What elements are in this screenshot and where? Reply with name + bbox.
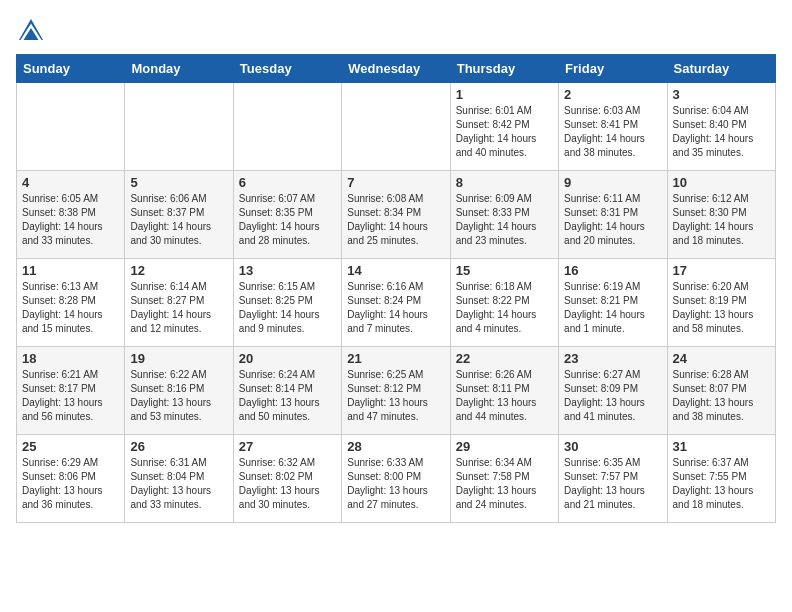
calendar-cell: 16Sunrise: 6:19 AM Sunset: 8:21 PM Dayli… [559, 259, 667, 347]
calendar-cell: 21Sunrise: 6:25 AM Sunset: 8:12 PM Dayli… [342, 347, 450, 435]
day-info: Sunrise: 6:28 AM Sunset: 8:07 PM Dayligh… [673, 368, 770, 424]
day-info: Sunrise: 6:34 AM Sunset: 7:58 PM Dayligh… [456, 456, 553, 512]
day-number: 24 [673, 351, 770, 366]
day-info: Sunrise: 6:33 AM Sunset: 8:00 PM Dayligh… [347, 456, 444, 512]
day-number: 27 [239, 439, 336, 454]
calendar-cell: 8Sunrise: 6:09 AM Sunset: 8:33 PM Daylig… [450, 171, 558, 259]
day-number: 17 [673, 263, 770, 278]
week-row: 4Sunrise: 6:05 AM Sunset: 8:38 PM Daylig… [17, 171, 776, 259]
calendar-cell: 12Sunrise: 6:14 AM Sunset: 8:27 PM Dayli… [125, 259, 233, 347]
day-number: 22 [456, 351, 553, 366]
calendar-cell: 6Sunrise: 6:07 AM Sunset: 8:35 PM Daylig… [233, 171, 341, 259]
column-header-saturday: Saturday [667, 55, 775, 83]
week-row: 25Sunrise: 6:29 AM Sunset: 8:06 PM Dayli… [17, 435, 776, 523]
day-number: 28 [347, 439, 444, 454]
calendar-cell: 24Sunrise: 6:28 AM Sunset: 8:07 PM Dayli… [667, 347, 775, 435]
day-info: Sunrise: 6:29 AM Sunset: 8:06 PM Dayligh… [22, 456, 119, 512]
day-number: 12 [130, 263, 227, 278]
column-header-tuesday: Tuesday [233, 55, 341, 83]
calendar-cell: 7Sunrise: 6:08 AM Sunset: 8:34 PM Daylig… [342, 171, 450, 259]
day-info: Sunrise: 6:09 AM Sunset: 8:33 PM Dayligh… [456, 192, 553, 248]
column-header-sunday: Sunday [17, 55, 125, 83]
day-info: Sunrise: 6:25 AM Sunset: 8:12 PM Dayligh… [347, 368, 444, 424]
column-header-wednesday: Wednesday [342, 55, 450, 83]
day-info: Sunrise: 6:20 AM Sunset: 8:19 PM Dayligh… [673, 280, 770, 336]
calendar-cell: 17Sunrise: 6:20 AM Sunset: 8:19 PM Dayli… [667, 259, 775, 347]
week-row: 11Sunrise: 6:13 AM Sunset: 8:28 PM Dayli… [17, 259, 776, 347]
day-number: 2 [564, 87, 661, 102]
day-number: 5 [130, 175, 227, 190]
week-row: 18Sunrise: 6:21 AM Sunset: 8:17 PM Dayli… [17, 347, 776, 435]
day-number: 25 [22, 439, 119, 454]
day-number: 6 [239, 175, 336, 190]
week-row: 1Sunrise: 6:01 AM Sunset: 8:42 PM Daylig… [17, 83, 776, 171]
day-info: Sunrise: 6:03 AM Sunset: 8:41 PM Dayligh… [564, 104, 661, 160]
calendar-cell: 28Sunrise: 6:33 AM Sunset: 8:00 PM Dayli… [342, 435, 450, 523]
calendar-cell: 13Sunrise: 6:15 AM Sunset: 8:25 PM Dayli… [233, 259, 341, 347]
day-number: 14 [347, 263, 444, 278]
calendar-cell [125, 83, 233, 171]
day-info: Sunrise: 6:11 AM Sunset: 8:31 PM Dayligh… [564, 192, 661, 248]
day-number: 18 [22, 351, 119, 366]
day-info: Sunrise: 6:21 AM Sunset: 8:17 PM Dayligh… [22, 368, 119, 424]
day-number: 15 [456, 263, 553, 278]
day-info: Sunrise: 6:16 AM Sunset: 8:24 PM Dayligh… [347, 280, 444, 336]
calendar-header: SundayMondayTuesdayWednesdayThursdayFrid… [17, 55, 776, 83]
day-number: 21 [347, 351, 444, 366]
day-info: Sunrise: 6:24 AM Sunset: 8:14 PM Dayligh… [239, 368, 336, 424]
day-info: Sunrise: 6:15 AM Sunset: 8:25 PM Dayligh… [239, 280, 336, 336]
day-number: 26 [130, 439, 227, 454]
calendar-cell [233, 83, 341, 171]
logo [16, 16, 50, 46]
day-number: 23 [564, 351, 661, 366]
day-number: 30 [564, 439, 661, 454]
calendar-cell: 3Sunrise: 6:04 AM Sunset: 8:40 PM Daylig… [667, 83, 775, 171]
calendar-cell: 23Sunrise: 6:27 AM Sunset: 8:09 PM Dayli… [559, 347, 667, 435]
day-number: 4 [22, 175, 119, 190]
calendar-cell: 26Sunrise: 6:31 AM Sunset: 8:04 PM Dayli… [125, 435, 233, 523]
calendar-cell: 11Sunrise: 6:13 AM Sunset: 8:28 PM Dayli… [17, 259, 125, 347]
day-number: 7 [347, 175, 444, 190]
day-info: Sunrise: 6:14 AM Sunset: 8:27 PM Dayligh… [130, 280, 227, 336]
day-info: Sunrise: 6:37 AM Sunset: 7:55 PM Dayligh… [673, 456, 770, 512]
calendar-cell: 31Sunrise: 6:37 AM Sunset: 7:55 PM Dayli… [667, 435, 775, 523]
day-number: 20 [239, 351, 336, 366]
day-info: Sunrise: 6:27 AM Sunset: 8:09 PM Dayligh… [564, 368, 661, 424]
day-info: Sunrise: 6:08 AM Sunset: 8:34 PM Dayligh… [347, 192, 444, 248]
day-number: 29 [456, 439, 553, 454]
calendar-cell: 5Sunrise: 6:06 AM Sunset: 8:37 PM Daylig… [125, 171, 233, 259]
column-header-monday: Monday [125, 55, 233, 83]
calendar-cell: 18Sunrise: 6:21 AM Sunset: 8:17 PM Dayli… [17, 347, 125, 435]
day-info: Sunrise: 6:05 AM Sunset: 8:38 PM Dayligh… [22, 192, 119, 248]
header-row: SundayMondayTuesdayWednesdayThursdayFrid… [17, 55, 776, 83]
day-info: Sunrise: 6:22 AM Sunset: 8:16 PM Dayligh… [130, 368, 227, 424]
day-info: Sunrise: 6:01 AM Sunset: 8:42 PM Dayligh… [456, 104, 553, 160]
day-info: Sunrise: 6:32 AM Sunset: 8:02 PM Dayligh… [239, 456, 336, 512]
day-number: 31 [673, 439, 770, 454]
column-header-thursday: Thursday [450, 55, 558, 83]
column-header-friday: Friday [559, 55, 667, 83]
calendar-cell: 20Sunrise: 6:24 AM Sunset: 8:14 PM Dayli… [233, 347, 341, 435]
calendar-cell: 25Sunrise: 6:29 AM Sunset: 8:06 PM Dayli… [17, 435, 125, 523]
day-number: 13 [239, 263, 336, 278]
calendar-cell: 10Sunrise: 6:12 AM Sunset: 8:30 PM Dayli… [667, 171, 775, 259]
day-number: 9 [564, 175, 661, 190]
day-number: 19 [130, 351, 227, 366]
calendar-cell: 9Sunrise: 6:11 AM Sunset: 8:31 PM Daylig… [559, 171, 667, 259]
day-number: 3 [673, 87, 770, 102]
calendar-table: SundayMondayTuesdayWednesdayThursdayFrid… [16, 54, 776, 523]
logo-icon [16, 16, 46, 46]
calendar-cell: 22Sunrise: 6:26 AM Sunset: 8:11 PM Dayli… [450, 347, 558, 435]
calendar-cell: 29Sunrise: 6:34 AM Sunset: 7:58 PM Dayli… [450, 435, 558, 523]
calendar-cell [17, 83, 125, 171]
day-number: 1 [456, 87, 553, 102]
day-info: Sunrise: 6:07 AM Sunset: 8:35 PM Dayligh… [239, 192, 336, 248]
day-info: Sunrise: 6:06 AM Sunset: 8:37 PM Dayligh… [130, 192, 227, 248]
day-info: Sunrise: 6:04 AM Sunset: 8:40 PM Dayligh… [673, 104, 770, 160]
day-number: 11 [22, 263, 119, 278]
day-info: Sunrise: 6:13 AM Sunset: 8:28 PM Dayligh… [22, 280, 119, 336]
calendar-cell: 4Sunrise: 6:05 AM Sunset: 8:38 PM Daylig… [17, 171, 125, 259]
day-info: Sunrise: 6:12 AM Sunset: 8:30 PM Dayligh… [673, 192, 770, 248]
day-info: Sunrise: 6:26 AM Sunset: 8:11 PM Dayligh… [456, 368, 553, 424]
calendar-cell: 14Sunrise: 6:16 AM Sunset: 8:24 PM Dayli… [342, 259, 450, 347]
